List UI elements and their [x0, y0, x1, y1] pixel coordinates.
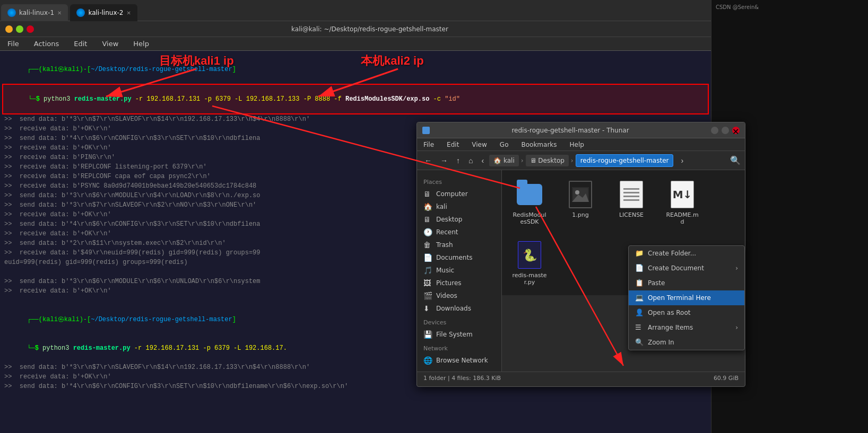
sidebar-network-label: Browse Network	[436, 357, 488, 364]
maximize-btn[interactable]	[16, 25, 23, 33]
sidebar-videos-label: Videos	[436, 292, 457, 299]
tab1-close[interactable]: ✕	[57, 10, 62, 16]
file-name-1png: 1.png	[572, 211, 588, 218]
devices-label: Devices	[417, 315, 501, 328]
menu-edit[interactable]: Edit	[71, 39, 90, 49]
file-redis-master-py[interactable]: 🐍 redis-master.py	[508, 237, 551, 289]
music-icon: 🎵	[423, 266, 432, 275]
computer-icon: 🖥	[423, 190, 432, 198]
kali-favicon-2	[76, 8, 85, 17]
sidebar-pictures[interactable]: 🖼 Pictures	[417, 277, 501, 289]
thunar-nav-right-btn[interactable]: ›	[678, 154, 687, 167]
tab-kali1[interactable]: kali-linux-1 ✕	[1, 4, 68, 21]
terminal-titlebar: kali@kali: ~/Desktop/redis-rogue-getshel…	[0, 21, 711, 37]
text-file-shape	[620, 181, 643, 208]
sidebar-trash[interactable]: 🗑 Trash	[417, 238, 501, 251]
ctx-paste[interactable]: 📋 Paste	[629, 276, 744, 290]
sidebar-music[interactable]: 🎵 Music	[417, 264, 501, 277]
ctx-arrange-label: Arrange Items	[648, 324, 693, 331]
breadcrumb-current[interactable]: redis-rogue-getshell-master	[576, 154, 674, 167]
thunar-minimize[interactable]	[711, 127, 718, 134]
network-label: Network	[417, 341, 501, 354]
close-btn[interactable]	[27, 25, 34, 33]
window-controls	[5, 25, 34, 33]
ctx-create-document[interactable]: 📄 Create Document ›	[629, 261, 744, 276]
thunar-statusbar: 1 folder | 4 files: 186.3 KiB 60.9 GiB	[417, 372, 745, 384]
sidebar-documents-label: Documents	[436, 254, 472, 261]
thunar-up-btn[interactable]: ↑	[453, 154, 463, 167]
ctx-arrange[interactable]: ☰ Arrange Items ›	[629, 320, 744, 335]
file-name-redismodulessdk: RedisModulesSDK	[511, 211, 548, 225]
thunar-icon	[422, 127, 430, 134]
thunar-forward-btn[interactable]: →	[437, 154, 451, 167]
file-license[interactable]: LICENSE	[610, 176, 653, 228]
sidebar-filesystem[interactable]: 💾 File System	[417, 328, 501, 341]
ctx-create-folder[interactable]: 📁 Create Folder...	[629, 246, 744, 261]
sidebar-kali-label: kali	[436, 203, 447, 210]
home-icon: 🏠	[423, 202, 432, 211]
sidebar-music-label: Music	[436, 267, 454, 274]
file-readme[interactable]: M↓ README.md	[661, 176, 704, 228]
thunar-title: redis-rogue-getshell-master - Thunar	[434, 127, 707, 134]
breadcrumb-sep1: ›	[521, 157, 524, 164]
recent-icon: 🕐	[423, 228, 432, 236]
sidebar-computer[interactable]: 🖥 Computer	[417, 188, 501, 200]
sidebar-desktop[interactable]: 🖥 Desktop	[417, 213, 501, 226]
terminal-menubar: File Actions Edit View Help	[0, 37, 711, 51]
tab-kali2[interactable]: kali-linux-2 ✕	[70, 4, 137, 21]
image-svg	[572, 187, 589, 202]
prompt-1: ┌──(kali㉿kali)-[~/Desktop/redis-rogue-ge…	[27, 66, 236, 73]
menu-help[interactable]: Help	[130, 39, 152, 49]
thunar-menubar: File Edit View Go Bookmarks Help	[417, 138, 745, 151]
sidebar-kali[interactable]: 🏠 kali	[417, 200, 501, 213]
ctx-create-folder-label: Create Folder...	[648, 250, 696, 257]
thunar-menu-go[interactable]: Go	[497, 140, 512, 149]
ctx-open-terminal-label: Open Terminal Here	[648, 294, 711, 302]
thunar-menu-view[interactable]: View	[468, 140, 490, 149]
breadcrumb-desktop[interactable]: 🖥 Desktop	[526, 155, 569, 166]
thunar-menu-file[interactable]: File	[420, 140, 437, 149]
thunar-search-btn[interactable]: 🔍	[730, 155, 741, 165]
thunar-back-btn[interactable]: ←	[421, 154, 435, 167]
network-icon: 🌐	[423, 356, 432, 365]
thunar-maximize[interactable]	[722, 127, 729, 134]
ctx-open-root[interactable]: 👤 Open as Root	[629, 305, 744, 320]
thunar-close[interactable]: ✕	[732, 127, 740, 134]
pictures-icon: 🖼	[423, 279, 432, 287]
filesystem-icon: 💾	[423, 330, 432, 339]
breadcrumb-kali[interactable]: 🏠 kali	[489, 155, 519, 166]
paste-icon: 📋	[635, 279, 644, 287]
menu-file[interactable]: File	[4, 39, 22, 49]
sidebar-downloads[interactable]: ⬇ Downloads	[417, 302, 501, 315]
tab2-close[interactable]: ✕	[126, 10, 131, 16]
submenu-arrow-2: ›	[735, 324, 738, 331]
places-label: Places	[417, 174, 501, 188]
zoom-icon: 🔍	[635, 338, 644, 347]
thunar-menu-edit[interactable]: Edit	[444, 140, 462, 149]
desktop-icon: 🖥	[423, 215, 432, 224]
ctx-zoom-in[interactable]: 🔍 Zoom In	[629, 335, 744, 350]
documents-icon: 📄	[423, 253, 432, 262]
thunar-app-icon	[422, 127, 430, 134]
folder-icon	[517, 180, 542, 209]
sidebar-documents[interactable]: 📄 Documents	[417, 251, 501, 264]
py-shape: 🐍	[518, 241, 541, 269]
sidebar-network[interactable]: 🌐 Browse Network	[417, 354, 501, 367]
arrange-icon: ☰	[635, 323, 644, 332]
thunar-home-btn[interactable]: ⌂	[465, 154, 476, 167]
thunar-body: Places 🖥 Computer 🏠 kali 🖥 Desktop 🕐 Rec…	[417, 170, 745, 372]
menu-actions[interactable]: Actions	[31, 39, 63, 49]
file-name-redis-master-py: redis-master.py	[511, 272, 548, 286]
sidebar-videos[interactable]: 🎬 Videos	[417, 289, 501, 302]
ctx-paste-label: Paste	[648, 279, 665, 287]
thunar-menu-bookmarks[interactable]: Bookmarks	[518, 140, 560, 149]
file-redismodulessdk[interactable]: RedisModulesSDK	[508, 176, 551, 228]
thunar-nav-left-btn[interactable]: ‹	[478, 154, 487, 167]
ctx-open-terminal[interactable]: 💻 Open Terminal Here	[629, 290, 744, 305]
sidebar-recent[interactable]: 🕐 Recent	[417, 226, 501, 238]
minimize-btn[interactable]	[5, 25, 13, 33]
menu-view[interactable]: View	[99, 39, 121, 49]
file-1png[interactable]: 1.png	[559, 176, 602, 228]
trash-icon: 🗑	[423, 241, 432, 249]
thunar-menu-help[interactable]: Help	[567, 140, 587, 149]
